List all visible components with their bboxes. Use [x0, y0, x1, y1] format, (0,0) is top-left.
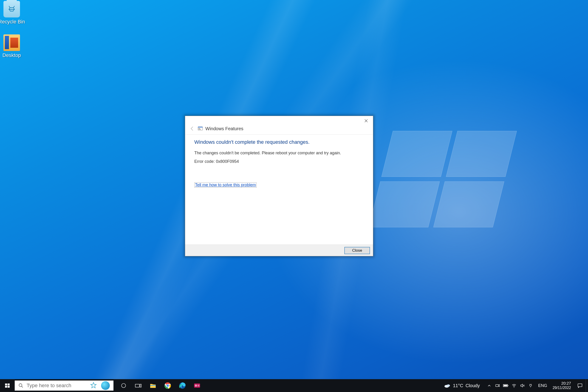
tray-power[interactable]	[527, 382, 534, 390]
svg-point-10	[122, 384, 126, 388]
svg-rect-5	[8, 384, 10, 385]
dialog-titlebar	[185, 116, 373, 126]
windows-features-dialog: Windows Features Windows couldn't comple…	[185, 116, 373, 256]
svg-rect-11	[135, 384, 140, 387]
meet-now-icon	[495, 383, 500, 388]
language-indicator[interactable]: ENG	[536, 379, 550, 392]
show-desktop-button[interactable]	[586, 379, 588, 392]
file-explorer-icon	[150, 382, 156, 389]
search-placeholder: Type here to search	[27, 382, 86, 388]
chevron-up-icon	[488, 384, 491, 388]
svg-rect-7	[8, 386, 10, 388]
cortana-button[interactable]	[116, 379, 131, 392]
desktop-icon-label: Desktop	[0, 52, 29, 58]
notification-icon	[577, 383, 583, 388]
back-arrow-icon	[189, 126, 195, 132]
power-plug-icon	[528, 383, 533, 388]
svg-rect-6	[5, 386, 7, 388]
dialog-close-button[interactable]	[359, 116, 373, 126]
tray-wifi[interactable]	[510, 382, 518, 390]
weather-cloudy-icon	[444, 382, 451, 389]
taskbar-search[interactable]: Type here to search	[15, 380, 114, 390]
system-tray	[484, 379, 536, 392]
svg-point-24	[447, 384, 450, 387]
battery-icon	[503, 384, 508, 388]
start-button[interactable]	[0, 379, 15, 392]
taskbar-app-file-explorer[interactable]	[146, 379, 160, 392]
weather-temp: 11°C	[453, 383, 463, 388]
wallpaper-windows-logo	[369, 131, 517, 227]
search-icon	[18, 383, 24, 388]
svg-rect-3	[198, 129, 201, 130]
svg-rect-28	[504, 385, 507, 386]
svg-rect-12	[140, 384, 141, 387]
recycle-bin-icon	[4, 1, 20, 18]
dialog-heading: Windows couldn't complete the requested …	[194, 139, 364, 145]
desktop-icon-desktop[interactable]: Desktop	[0, 34, 29, 58]
weather-condition: Cloudy	[466, 383, 480, 388]
taskbar: Type here to search	[0, 379, 588, 392]
cortana-icon	[121, 383, 126, 388]
tray-meet-now[interactable]	[494, 382, 502, 390]
language-label: ENG	[538, 383, 547, 388]
search-highlight-icon[interactable]	[89, 381, 98, 390]
taskbar-app-chrome[interactable]	[160, 379, 175, 392]
tray-volume[interactable]	[518, 382, 526, 390]
clock-time: 20:27	[553, 381, 571, 386]
dialog-body: Windows couldn't complete the requested …	[185, 134, 373, 244]
tray-overflow-button[interactable]	[485, 382, 493, 390]
svg-rect-4	[5, 384, 7, 385]
svg-rect-1	[198, 127, 202, 128]
dialog-footer: Close	[185, 244, 373, 256]
clock-date: 29/11/2022	[553, 386, 571, 390]
desktop-icon-label: Recycle Bin	[0, 19, 29, 25]
wifi-icon	[512, 383, 516, 388]
action-center-button[interactable]	[574, 379, 586, 392]
svg-point-21	[196, 385, 196, 386]
close-button[interactable]: Close	[344, 247, 370, 254]
edge-icon	[179, 382, 186, 389]
svg-rect-2	[198, 128, 200, 128]
recorder-icon	[194, 382, 200, 389]
taskbar-clock[interactable]: 20:27 29/11/2022	[550, 381, 574, 390]
svg-point-29	[514, 387, 514, 388]
svg-rect-13	[150, 385, 156, 386]
task-view-button[interactable]	[131, 379, 146, 392]
desktop-icon-recycle-bin[interactable]: Recycle Bin	[0, 1, 29, 25]
svg-rect-30	[578, 384, 582, 387]
task-view-icon	[135, 383, 142, 388]
svg-rect-25	[496, 384, 498, 386]
windows-logo-icon	[4, 383, 10, 388]
tray-battery[interactable]	[502, 382, 510, 390]
taskbar-app-recorder[interactable]	[190, 379, 204, 392]
svg-line-9	[22, 386, 23, 388]
svg-rect-27	[508, 385, 508, 386]
chrome-icon	[164, 382, 171, 389]
taskbar-weather[interactable]: 11°C Cloudy	[440, 379, 484, 392]
svg-point-17	[167, 385, 168, 386]
volume-muted-icon	[520, 383, 525, 388]
dialog-title: Windows Features	[205, 126, 244, 131]
search-globe-icon[interactable]	[101, 381, 110, 390]
close-icon	[364, 119, 368, 123]
desktop-folder-icon	[4, 34, 20, 51]
svg-rect-22	[198, 385, 199, 386]
dialog-header: Windows Features	[185, 126, 373, 133]
dialog-message: The changes couldn't be completed. Pleas…	[194, 151, 364, 156]
dialog-help-link[interactable]: Tell me how to solve this problem	[194, 182, 256, 188]
windows-features-icon	[198, 126, 203, 131]
dialog-error-code: Error code: 0x800F0954	[194, 159, 364, 164]
svg-point-8	[19, 384, 22, 387]
taskbar-app-edge[interactable]	[175, 379, 190, 392]
